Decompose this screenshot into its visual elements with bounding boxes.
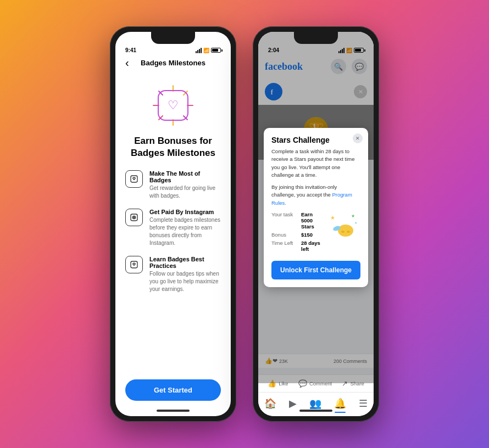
feature-desc-2: Complete badges milestones before they e… <box>149 216 221 247</box>
time-left: 9:41 <box>125 47 136 53</box>
left-phone-screen: 9:41 📶 ‹ Badges Milestones <box>115 32 231 416</box>
notch <box>151 32 195 44</box>
bottom-nav: 🏠 ▶ 👥 🔔 ☰ <box>258 392 374 416</box>
feature-list: Make The Most of Badges Get rewarded for… <box>125 170 221 293</box>
feature-icon-3 <box>125 256 143 273</box>
svg-point-11 <box>134 217 135 218</box>
feature-text-2: Get Paid By Instagram Complete badges mi… <box>149 209 221 247</box>
mascot-area: ★ ★ ★ <box>327 211 360 244</box>
feature-title-1: Make The Most of Badges <box>149 170 221 183</box>
nav-bar-left: ‹ Badges Milestones <box>115 57 231 75</box>
battery-icon <box>211 48 221 53</box>
feature-item-3: Learn Badges Best Practices Follow our b… <box>125 256 221 293</box>
get-started-button[interactable]: Get Started <box>125 379 221 401</box>
hero-title: Earn Bonuses for Badges Milestones <box>125 135 221 159</box>
svg-rect-8 <box>131 176 137 182</box>
feature-text-1: Make The Most of Badges Get rewarded for… <box>149 170 221 200</box>
right-phone-screen: 2:04 📶 facebook 🔍 💬 <box>258 32 374 416</box>
feature-item-1: Make The Most of Badges Get rewarded for… <box>125 170 221 200</box>
nav-groups[interactable]: 👥 <box>309 397 321 410</box>
bonus-label: Bonus <box>271 232 299 238</box>
task-label: Your task <box>271 211 299 229</box>
home-indicator-right <box>299 410 332 412</box>
feature-item-2: Get Paid By Instagram Complete badges mi… <box>125 209 221 247</box>
time-value: 28 days left <box>301 240 323 252</box>
nav-menu[interactable]: ☰ <box>359 397 368 410</box>
svg-point-15 <box>338 225 353 237</box>
modal-close-button[interactable]: ✕ <box>353 133 363 143</box>
feature-desc-3: Follow our badges tips when you go live … <box>149 270 221 293</box>
modal-invitation-text: By joining this invitation-only challeng… <box>271 183 360 207</box>
sparkle-container: ♡ <box>151 83 195 127</box>
heart-badge-icon: ♡ <box>158 90 188 121</box>
svg-text:★: ★ <box>351 214 355 219</box>
notch-right <box>294 32 338 44</box>
svg-point-17 <box>341 231 344 233</box>
table-row-task: Your task Earn 5000 Stars <box>271 211 323 229</box>
status-icons-left: 📶 <box>196 48 221 53</box>
badge-icon-1 <box>130 175 138 183</box>
time-label: Time Left <box>271 240 299 252</box>
feature-icon-2 <box>125 209 143 226</box>
mascot-icon: ★ ★ ★ <box>328 212 360 244</box>
signal-icon <box>196 48 202 53</box>
feature-title-3: Learn Badges Best Practices <box>149 256 221 269</box>
modal-info-area: Your task Earn 5000 Stars Bonus $150 Tim… <box>271 211 360 254</box>
wifi-icon: 📶 <box>203 48 209 53</box>
badge-icon-2 <box>130 213 138 222</box>
badge-icon-3 <box>130 260 138 269</box>
table-row-time: Time Left 28 days left <box>271 240 323 252</box>
screen-content-left: ♡ Earn Bonuses for Badges Milestones <box>115 83 231 293</box>
hero-icon-area: ♡ <box>125 83 221 127</box>
home-indicator-left <box>157 410 190 412</box>
feature-text-3: Learn Badges Best Practices Follow our b… <box>149 256 221 293</box>
left-phone: 9:41 📶 ‹ Badges Milestones <box>110 26 236 422</box>
svg-text:★: ★ <box>330 215 335 221</box>
page-title-left: Badges Milestones <box>141 59 205 67</box>
nav-notifications[interactable]: 🔔 <box>334 397 346 410</box>
right-phone: 2:04 📶 facebook 🔍 💬 <box>253 26 379 422</box>
feature-desc-1: Get rewarded for going live with badges. <box>149 184 221 200</box>
stars-challenge-modal: ✕ Stars Challenge Complete a task within… <box>264 128 368 287</box>
task-value: Earn 5000 Stars <box>301 211 323 229</box>
nav-home[interactable]: 🏠 <box>264 397 276 410</box>
modal-description: Complete a task within 28 days to receiv… <box>271 148 360 179</box>
bonus-value: $150 <box>301 232 313 238</box>
nav-watch[interactable]: ▶ <box>289 397 297 410</box>
table-row-bonus: Bonus $150 <box>271 232 323 238</box>
svg-rect-12 <box>131 261 137 268</box>
modal-overlay: ✕ Stars Challenge Complete a task within… <box>258 32 374 383</box>
svg-point-18 <box>347 231 350 233</box>
feature-title-2: Get Paid By Instagram <box>149 209 221 215</box>
modal-table: Your task Earn 5000 Stars Bonus $150 Tim… <box>271 211 323 254</box>
unlock-first-challenge-button[interactable]: Unlock First Challenge <box>271 261 360 279</box>
feature-icon-1 <box>125 170 143 188</box>
modal-close-icon: ✕ <box>355 136 360 141</box>
modal-title: Stars Challenge <box>271 136 360 144</box>
back-button[interactable]: ‹ <box>125 57 129 69</box>
svg-text:★: ★ <box>354 221 357 225</box>
